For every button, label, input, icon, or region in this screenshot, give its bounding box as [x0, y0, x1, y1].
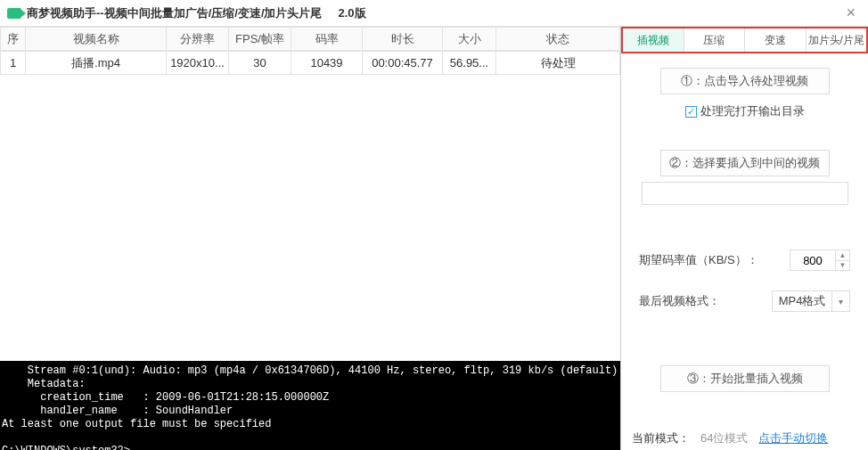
bitrate-input[interactable] — [790, 250, 836, 271]
format-value: MP4格式 — [772, 290, 832, 312]
format-row: 最后视频格式： MP4格式 ▾ — [632, 290, 857, 312]
cell-duration: 00:00:45.77 — [363, 52, 443, 75]
video-table: 序 视频名称 分辨率 FPS/帧率 码率 时长 大小 状态 — [0, 27, 620, 51]
cell-state: 待处理 — [496, 52, 620, 75]
mode-label: 当前模式： — [632, 430, 690, 446]
right-pane: 插视频 压缩 变速 加片头/片尾 ①：点击导入待处理视频 ✓ 处理完打开输出目录… — [621, 27, 868, 450]
th-fps[interactable]: FPS/帧率 — [229, 28, 291, 51]
format-label: 最后视频格式： — [639, 293, 720, 309]
close-icon[interactable]: × — [840, 4, 861, 22]
app-title: 商梦视频助手--视频中间批量加广告/压缩/变速/加片头片尾 — [27, 5, 323, 21]
bitrate-row: 期望码率值（KB/S）： ▲ ▼ — [632, 250, 857, 271]
tabs-row: 插视频 压缩 变速 加片头/片尾 — [621, 27, 868, 53]
th-resolution[interactable]: 分辨率 — [167, 28, 229, 51]
cell-size: 56.95... — [443, 52, 496, 75]
format-select[interactable]: MP4格式 ▾ — [772, 290, 850, 312]
open-output-row[interactable]: ✓ 处理完打开输出目录 — [632, 103, 857, 119]
camera-icon — [7, 8, 21, 19]
cell-fps: 30 — [229, 52, 291, 75]
th-state[interactable]: 状态 — [496, 28, 620, 51]
spin-up-icon[interactable]: ▲ — [836, 250, 849, 261]
bitrate-label: 期望码率值（KB/S）： — [639, 252, 758, 268]
step1-import-button[interactable]: ①：点击导入待处理视频 — [660, 68, 830, 94]
title-bar: 商梦视频助手--视频中间批量加广告/压缩/变速/加片头片尾 2.0版 × — [0, 0, 868, 27]
th-bitrate[interactable]: 码率 — [291, 28, 363, 51]
check-icon[interactable]: ✓ — [685, 106, 697, 118]
cell-resolution: 1920x10... — [167, 52, 229, 75]
mode-value: 64位模式 — [700, 430, 748, 446]
left-pane: 序 视频名称 分辨率 FPS/帧率 码率 时长 大小 状态 1 插播.mp4 1… — [0, 27, 621, 450]
th-name[interactable]: 视频名称 — [26, 28, 167, 51]
terminal-output[interactable]: Stream #0:1(und): Audio: mp3 (mp4a / 0x6… — [0, 361, 620, 450]
table-row[interactable]: 1 插播.mp4 1920x10... 30 10439 00:00:45.77… — [1, 52, 620, 75]
bitrate-spinner: ▲ ▼ — [836, 250, 850, 271]
footer-row: 当前模式： 64位模式 点击手动切换 — [621, 430, 868, 446]
tab-insert-video[interactable]: 插视频 — [623, 29, 684, 52]
cell-name: 插播.mp4 — [26, 52, 167, 75]
cell-bitrate: 10439 — [291, 52, 363, 75]
cell-index: 1 — [1, 52, 26, 75]
tab-intro-outro[interactable]: 加片头/片尾 — [807, 29, 867, 52]
step3-start-button[interactable]: ③：开始批量插入视频 — [660, 365, 830, 392]
chevron-down-icon[interactable]: ▾ — [832, 290, 850, 312]
th-index[interactable]: 序 — [1, 28, 26, 51]
open-output-label: 处理完打开输出目录 — [700, 103, 805, 119]
spin-down-icon[interactable]: ▼ — [836, 261, 849, 271]
tab-compress[interactable]: 压缩 — [684, 29, 746, 52]
tab-speed[interactable]: 变速 — [745, 29, 807, 52]
th-duration[interactable]: 时长 — [363, 28, 443, 51]
insert-video-path-input[interactable] — [642, 182, 848, 205]
step2-select-button[interactable]: ②：选择要插入到中间的视频 — [660, 150, 830, 176]
switch-mode-link[interactable]: 点击手动切换 — [758, 430, 828, 446]
app-version: 2.0版 — [339, 5, 366, 21]
th-size[interactable]: 大小 — [443, 28, 496, 51]
